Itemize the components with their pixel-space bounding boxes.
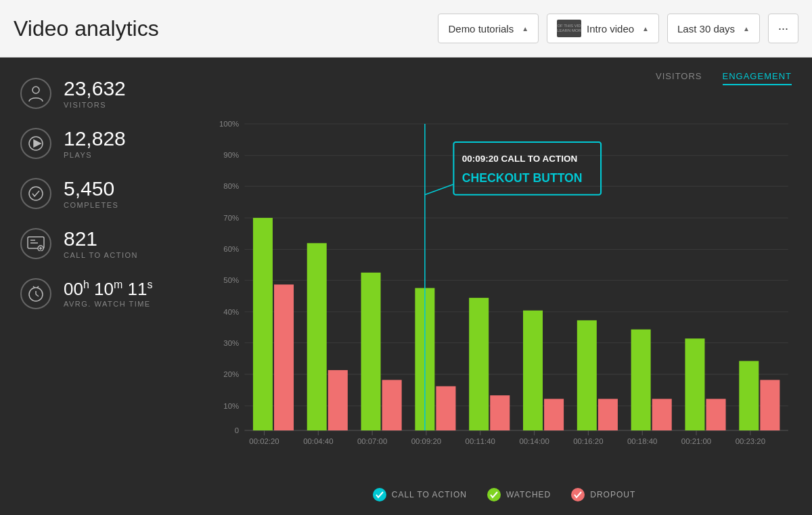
svg-text:30%: 30% bbox=[223, 339, 239, 347]
more-options-button[interactable]: ··· bbox=[768, 14, 798, 43]
plays-stat-text: 12,828 PLAYS bbox=[64, 129, 126, 159]
tooltip-box bbox=[453, 142, 601, 195]
bar-watched-4 bbox=[469, 298, 489, 430]
svg-point-3 bbox=[29, 187, 43, 200]
date-range-dropdown[interactable]: Last 30 days ▲ bbox=[667, 14, 760, 43]
visitors-stat-text: 23,632 VISITORS bbox=[64, 79, 126, 109]
legend-cta: CALL TO ACTION bbox=[373, 488, 467, 501]
legend-dropout-label: DROPOUT bbox=[590, 490, 635, 499]
chart-wrapper: 100% 90% 80% 70% 60% 50% 40% 30% 20% 10%… bbox=[217, 92, 792, 480]
svg-text:00:16:20: 00:16:20 bbox=[573, 437, 603, 445]
stat-plays: 12,828 PLAYS bbox=[20, 128, 196, 159]
svg-text:00:09:20: 00:09:20 bbox=[411, 437, 441, 445]
svg-text:00:11:40: 00:11:40 bbox=[466, 437, 495, 445]
watchtime-hours: 00 bbox=[64, 279, 83, 299]
header-controls: Demo tutorials ▲ OF THIS VIDLEARN MOR In… bbox=[438, 14, 798, 43]
video-arrow-icon: ▲ bbox=[642, 25, 649, 32]
visitors-icon bbox=[20, 78, 51, 109]
header: Video analytics Demo tutorials ▲ OF THIS… bbox=[0, 0, 812, 58]
date-arrow-icon: ▲ bbox=[743, 25, 750, 32]
bar-dropout-4 bbox=[490, 395, 510, 430]
video-label: Intro video bbox=[587, 23, 634, 35]
svg-line-14 bbox=[37, 286, 39, 288]
cta-number: 821 bbox=[64, 229, 138, 249]
bar-dropout-1 bbox=[328, 370, 348, 430]
svg-text:10%: 10% bbox=[223, 402, 239, 410]
svg-text:90%: 90% bbox=[223, 151, 239, 159]
legend-cta-dot bbox=[373, 488, 386, 501]
svg-text:00:14:00: 00:14:00 bbox=[519, 437, 549, 445]
plays-label: PLAYS bbox=[64, 151, 126, 159]
stat-completes: 5,450 COMPLETES bbox=[20, 178, 196, 209]
tooltip-cta-name: CHECKOUT BUTTON bbox=[462, 171, 583, 185]
playlist-arrow-icon: ▲ bbox=[522, 25, 528, 32]
tooltip-connector bbox=[425, 184, 454, 195]
svg-text:00:21:00: 00:21:00 bbox=[681, 437, 711, 445]
svg-text:00:07:00: 00:07:00 bbox=[357, 437, 387, 445]
svg-line-13 bbox=[33, 286, 35, 288]
watchtime-seconds: 11 bbox=[128, 279, 148, 299]
svg-text:0: 0 bbox=[235, 426, 239, 434]
plays-icon bbox=[20, 128, 51, 159]
watchtime-number: 00h 10m 11s bbox=[64, 279, 152, 298]
bar-watched-5 bbox=[523, 311, 543, 430]
bar-watched-1 bbox=[307, 243, 327, 430]
watchtime-hours-unit: h bbox=[83, 279, 89, 290]
svg-point-0 bbox=[32, 87, 39, 93]
main-content: 23,632 VISITORS 12,828 PLAYS bbox=[0, 58, 812, 515]
watchtime-seconds-unit: s bbox=[147, 279, 152, 290]
bar-dropout-0 bbox=[274, 284, 294, 430]
completes-icon bbox=[20, 178, 51, 209]
svg-text:40%: 40% bbox=[223, 308, 239, 316]
bar-dropout-5 bbox=[544, 399, 564, 430]
more-icon: ··· bbox=[778, 22, 788, 36]
tab-engagement[interactable]: ENGAGEMENT bbox=[723, 71, 792, 85]
legend-watched: WATCHED bbox=[487, 488, 551, 501]
svg-text:50%: 50% bbox=[223, 276, 239, 284]
watchtime-minutes-unit: m bbox=[114, 279, 122, 290]
bar-dropout-2 bbox=[382, 380, 402, 430]
visitors-label: VISITORS bbox=[64, 101, 126, 109]
completes-label: COMPLETES bbox=[64, 201, 118, 209]
bar-chart: 100% 90% 80% 70% 60% 50% 40% 30% 20% 10%… bbox=[217, 92, 792, 480]
bar-watched-2 bbox=[361, 273, 381, 430]
cta-label: CALL TO ACTION bbox=[64, 251, 138, 259]
plays-number: 12,828 bbox=[64, 129, 126, 149]
watchtime-minutes: 10 bbox=[94, 279, 114, 299]
bar-dropout-8 bbox=[706, 399, 726, 430]
video-dropdown[interactable]: OF THIS VIDLEARN MOR Intro video ▲ bbox=[547, 14, 659, 43]
legend-cta-label: CALL TO ACTION bbox=[392, 490, 467, 499]
stat-visitors: 23,632 VISITORS bbox=[20, 78, 196, 109]
bar-dropout-7 bbox=[652, 399, 672, 430]
date-range-label: Last 30 days bbox=[677, 23, 735, 35]
completes-number: 5,450 bbox=[64, 179, 118, 199]
svg-text:100%: 100% bbox=[219, 120, 239, 128]
bar-watched-0 bbox=[253, 218, 273, 430]
watchtime-label: AVRG. WATCH TIME bbox=[64, 300, 152, 308]
svg-text:20%: 20% bbox=[223, 370, 239, 378]
video-thumbnail: OF THIS VIDLEARN MOR bbox=[557, 20, 581, 37]
legend-dropout-dot bbox=[571, 488, 585, 501]
svg-text:60%: 60% bbox=[223, 245, 239, 253]
bar-watched-9 bbox=[739, 361, 759, 430]
chart-legend: CALL TO ACTION WATCHED DROPOUT bbox=[217, 480, 792, 501]
svg-text:80%: 80% bbox=[223, 182, 239, 190]
svg-marker-2 bbox=[34, 140, 41, 147]
stat-watchtime: 00h 10m 11s AVRG. WATCH TIME bbox=[20, 278, 196, 309]
bar-watched-7 bbox=[631, 330, 651, 430]
stat-cta: 821 CALL TO ACTION bbox=[20, 228, 196, 259]
svg-text:70%: 70% bbox=[223, 214, 239, 222]
chart-area: VISITORS ENGAGEMENT 100% 90% 80% 70% 60%… bbox=[210, 58, 812, 515]
legend-dropout: DROPOUT bbox=[571, 488, 635, 501]
legend-watched-label: WATCHED bbox=[506, 490, 551, 499]
tab-visitors[interactable]: VISITORS bbox=[656, 71, 702, 85]
svg-text:00:18:40: 00:18:40 bbox=[627, 437, 657, 445]
visitors-number: 23,632 bbox=[64, 79, 126, 99]
svg-text:00:23:20: 00:23:20 bbox=[736, 437, 765, 445]
watchtime-icon bbox=[20, 278, 51, 309]
bar-watched-8 bbox=[685, 338, 704, 430]
svg-line-12 bbox=[36, 294, 39, 296]
playlist-dropdown[interactable]: Demo tutorials ▲ bbox=[438, 14, 539, 43]
svg-text:00:04:40: 00:04:40 bbox=[303, 437, 333, 445]
tooltip-time: 00:09:20 CALL TO ACTION bbox=[462, 154, 577, 164]
